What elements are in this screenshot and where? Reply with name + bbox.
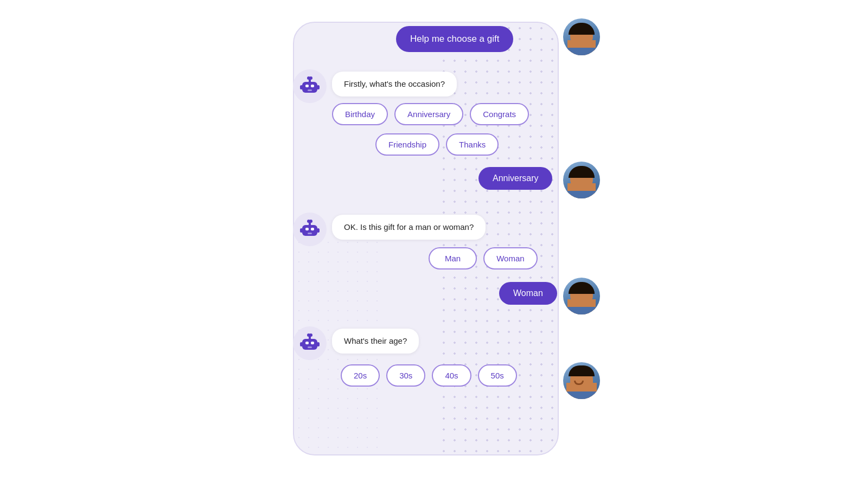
- choice-woman-option[interactable]: Woman: [483, 247, 537, 269]
- choice-man[interactable]: Man: [429, 247, 477, 269]
- choice-friendship[interactable]: Friendship: [375, 133, 439, 156]
- svg-rect-25: [300, 342, 303, 346]
- svg-rect-16: [300, 228, 303, 233]
- user-avatar-2: [563, 162, 600, 198]
- svg-point-6: [309, 76, 312, 80]
- svg-rect-19: [305, 342, 309, 344]
- svg-point-15: [309, 220, 312, 223]
- svg-rect-10: [305, 228, 309, 230]
- bot-avatar-2: [293, 213, 327, 246]
- svg-rect-17: [317, 228, 320, 233]
- svg-rect-3: [308, 89, 312, 91]
- user-avatar-1: [563, 18, 600, 55]
- user-selected-woman: Woman: [499, 282, 557, 305]
- bot-bubble-2: OK. Is this gift for a man or woman?: [332, 215, 486, 240]
- user-initial-bubble: Help me choose a gift: [396, 26, 513, 52]
- bot-avatar-1: [293, 69, 327, 103]
- bot-bubble-3: What's their age?: [332, 329, 419, 354]
- user-avatar-3: [563, 278, 600, 314]
- svg-rect-12: [308, 233, 312, 234]
- bot-text-3: What's their age?: [344, 336, 407, 345]
- bot-text-1: Firstly, what's the occasion?: [344, 79, 445, 88]
- user-selected-anniversary: Anniversary: [478, 167, 552, 190]
- choice-20s[interactable]: 20s: [341, 364, 380, 387]
- svg-rect-20: [311, 342, 314, 344]
- robot-icon-1: [298, 75, 321, 98]
- svg-rect-26: [317, 342, 320, 346]
- bot-avatar-3: [293, 326, 327, 360]
- robot-icon-2: [298, 218, 321, 241]
- user-anniversary-text: Anniversary: [493, 174, 538, 183]
- svg-rect-8: [317, 85, 320, 89]
- svg-rect-2: [311, 85, 314, 87]
- svg-rect-1: [305, 85, 309, 87]
- svg-rect-7: [300, 85, 303, 89]
- choice-congrats[interactable]: Congrats: [470, 103, 529, 125]
- svg-point-24: [309, 333, 312, 337]
- svg-rect-11: [311, 228, 314, 230]
- choice-thanks[interactable]: Thanks: [446, 133, 499, 156]
- user-woman-text: Woman: [513, 288, 543, 298]
- robot-icon-3: [298, 332, 321, 355]
- user-avatar-4: [563, 362, 600, 399]
- bot-bubble-1: Firstly, what's the occasion?: [332, 72, 457, 97]
- choice-50s[interactable]: 50s: [478, 364, 517, 387]
- user-initial-text: Help me choose a gift: [410, 34, 499, 44]
- choice-anniversary[interactable]: Anniversary: [394, 103, 463, 125]
- choice-30s[interactable]: 30s: [386, 364, 425, 387]
- bot-text-2: OK. Is this gift for a man or woman?: [344, 222, 474, 232]
- svg-rect-21: [308, 346, 312, 348]
- choice-birthday[interactable]: Birthday: [332, 103, 388, 125]
- choice-40s[interactable]: 40s: [432, 364, 471, 387]
